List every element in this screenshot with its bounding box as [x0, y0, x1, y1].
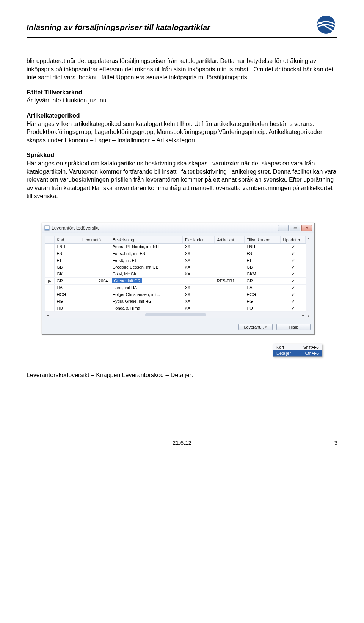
- leverantorskod-window: Leverantörskodöversikt — ▭ ✕ Kod Leveran…: [42, 223, 315, 335]
- section-tillverkarkod: Fältet Tillverkarkod Är tyvärr inte i fu…: [27, 88, 337, 105]
- minimize-button[interactable]: —: [278, 225, 289, 231]
- table-row[interactable]: GBGregoire Besson, init GBXXGB: [46, 264, 306, 271]
- table-row[interactable]: FNHAmbra PL Nordic, init NHXXFNH: [46, 243, 306, 250]
- col-art[interactable]: Artikelkat...: [215, 236, 245, 244]
- heading-artikelkategorikod: Artikelkategorikod: [27, 112, 337, 120]
- table-row[interactable]: FTFendt, init FTXXFT: [46, 257, 306, 264]
- table-row[interactable]: HOHonda & TrimaXXHO: [46, 305, 306, 312]
- table-row[interactable]: GKGKM, init GKXXGKM: [46, 271, 306, 277]
- check-icon: [292, 251, 295, 256]
- context-menu: Kort Shift+F5 Detaljer Ctrl+F5: [273, 344, 322, 357]
- section-artikelkategorikod: Artikelkategorikod Här anges vilken arti…: [27, 112, 337, 144]
- check-icon: [292, 292, 295, 297]
- heading-sprakkod: Språkkod: [27, 151, 337, 159]
- col-kod[interactable]: Kod: [54, 236, 80, 244]
- company-logo: [315, 15, 337, 34]
- vertical-scrollbar[interactable]: ▴ ▾: [306, 236, 311, 318]
- heading-tillverkarkod: Fältet Tillverkarkod: [27, 88, 337, 97]
- page-header: Inläsning av försäljningspriser till kat…: [27, 15, 337, 38]
- window-app-icon: [44, 225, 50, 231]
- window-titlebar[interactable]: Leverantörskodöversikt — ▭ ✕: [42, 223, 314, 233]
- paragraph-intro: blir uppdaterat när det uppdateras försä…: [27, 57, 337, 82]
- table-row[interactable]: FSFortschritt, init FSXXFS: [46, 250, 306, 257]
- check-icon: [292, 265, 295, 269]
- text-artikelkategorikod: Här anges vilken artikelkategorikod som …: [27, 121, 322, 143]
- horizontal-scrollbar[interactable]: ◂▸: [46, 312, 306, 318]
- document-body: blir uppdaterat när det uppdateras försä…: [27, 57, 337, 200]
- page-footer: 21.6.12 3: [27, 439, 337, 446]
- menu-item-detaljer[interactable]: Detaljer Ctrl+F5: [273, 350, 322, 356]
- maximize-button[interactable]: ▭: [290, 225, 300, 231]
- footer-date: 21.6.12: [173, 439, 191, 446]
- svg-rect-4: [46, 229, 49, 230]
- data-grid[interactable]: Kod Leverantö... Beskrivning Fler koder.…: [45, 236, 306, 318]
- col-fler[interactable]: Fler koder...: [182, 236, 214, 244]
- table-row[interactable]: ▶GR2004Grene, init GRRES-TR1GR: [46, 277, 306, 284]
- menu-item-kort[interactable]: Kort Shift+F5: [273, 344, 322, 350]
- text-tillverkarkod: Är tyvärr inte i funktion just nu.: [27, 97, 108, 104]
- table-row[interactable]: HGHydra-Grene, init HGXXHG: [46, 298, 306, 305]
- check-icon: [292, 278, 295, 283]
- text-sprakkod: Här anges en språkkod om katalogartikeln…: [27, 160, 336, 199]
- check-icon: [292, 306, 295, 310]
- table-row[interactable]: HCGHolger Christiansen, init...XXHCG: [46, 291, 306, 298]
- col-lev[interactable]: Leverantö...: [80, 236, 110, 244]
- figure-caption: Leverantörskodöversikt – Knappen Leveran…: [27, 372, 337, 379]
- table-row[interactable]: HAHardi, init HAXXHA: [46, 284, 306, 291]
- svg-rect-3: [46, 228, 49, 228]
- check-icon: [292, 258, 295, 263]
- check-icon: [292, 299, 295, 304]
- footer-page-number: 3: [334, 439, 337, 446]
- help-button[interactable]: Hjälp: [276, 324, 311, 330]
- check-icon: [292, 285, 295, 290]
- leverant-button[interactable]: Leverant...: [238, 324, 273, 330]
- page-title: Inläsning av försäljningspriser till kat…: [27, 15, 210, 32]
- svg-rect-2: [46, 227, 49, 227]
- window-title: Leverantörskodöversikt: [52, 225, 99, 231]
- col-tillv[interactable]: Tillverkarkod: [244, 236, 281, 244]
- close-button[interactable]: ✕: [301, 225, 312, 231]
- table-header-row: Kod Leverantö... Beskrivning Fler koder.…: [46, 236, 306, 244]
- col-besk[interactable]: Beskrivning: [110, 236, 182, 244]
- check-icon: [292, 272, 295, 276]
- col-upd[interactable]: Uppdater: [281, 236, 306, 244]
- check-icon: [292, 244, 295, 249]
- section-sprakkod: Språkkod Här anges en språkkod om katalo…: [27, 151, 337, 200]
